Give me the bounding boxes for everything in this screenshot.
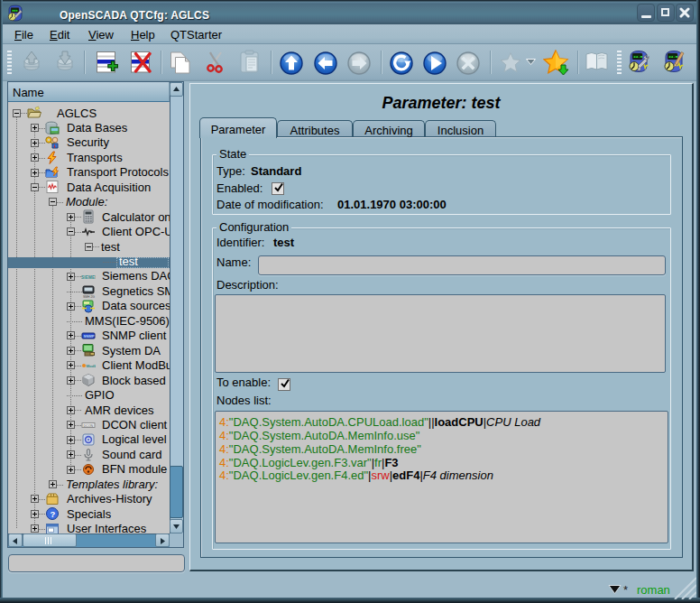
svg-text:?: ? <box>50 509 55 519</box>
svg-text:24.5: 24.5 <box>668 55 678 59</box>
svg-text:DCON: DCON <box>83 423 93 427</box>
svg-text:SMH 2G: SMH 2G <box>83 294 95 298</box>
svg-text:24.5: 24.5 <box>633 55 643 59</box>
svg-text:SNMP: SNMP <box>83 334 94 339</box>
svg-text:888: 888 <box>12 9 17 13</box>
svg-text:SIEMENS: SIEMENS <box>81 275 96 280</box>
svg-text:Modbus: Modbus <box>86 364 96 368</box>
